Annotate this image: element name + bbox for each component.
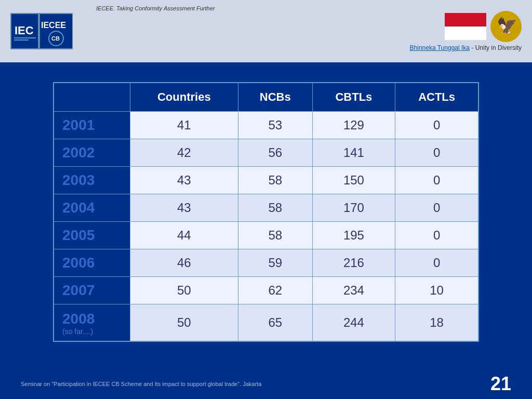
iec-logo: IEC — [10, 13, 39, 49]
cell-ncbs: 65 — [238, 304, 312, 342]
blue-divider — [0, 62, 532, 72]
cell-cbtls: 244 — [312, 304, 395, 342]
table-body: 2001415312902002425614102003435815002004… — [54, 112, 478, 342]
tagline: IECEE. Taking Conformity Assessment Furt… — [96, 5, 215, 11]
flag-emblem: 🦅 — [445, 11, 522, 42]
cell-actls: 0 — [395, 249, 478, 277]
cell-actls: 0 — [395, 194, 478, 222]
cell-ncbs: 56 — [238, 139, 312, 167]
footer-seminar-text: Seminar on "Participation in IECEE CB Sc… — [21, 381, 261, 387]
cell-countries: 50 — [130, 304, 238, 342]
main-content: Countries NCBs CBTLs ACTLs 2001415312902… — [0, 72, 532, 347]
cell-year: 2006 — [54, 249, 130, 277]
flag-red-stripe — [445, 13, 486, 26]
cell-cbtls: 129 — [312, 112, 395, 139]
header-actls: ACTLs — [395, 83, 478, 112]
cell-actls: 10 — [395, 277, 478, 304]
header: IECEE. Taking Conformity Assessment Furt… — [0, 0, 532, 62]
svg-text:IECEE: IECEE — [41, 21, 66, 30]
logo-tagline-area: IECEE. Taking Conformity Assessment Furt… — [10, 13, 73, 49]
table-row: 200141531290 — [54, 112, 478, 139]
bhinneka-link[interactable]: Bhinneka Tunggal Ika — [410, 44, 470, 51]
svg-rect-3 — [14, 39, 29, 41]
header-cbtls: CBTLs — [312, 83, 395, 112]
table-row: 2008(so far....)506524418 — [54, 304, 478, 342]
cell-cbtls: 216 — [312, 249, 395, 277]
logo-area: IEC IECEE CB — [10, 13, 73, 49]
svg-rect-2 — [14, 37, 36, 38]
table-row: 200242561410 — [54, 139, 478, 167]
cell-actls: 0 — [395, 139, 478, 167]
bhinneka-text: Bhinneka Tunggal Ika - Unity in Diversit… — [410, 44, 522, 51]
garuda-emblem: 🦅 — [490, 11, 522, 42]
cell-year: 2007 — [54, 277, 130, 304]
table-header-row: Countries NCBs CBTLs ACTLs — [54, 83, 478, 112]
cell-year: 2001 — [54, 112, 130, 139]
cell-countries: 41 — [130, 112, 238, 139]
svg-text:🦅: 🦅 — [497, 16, 517, 36]
cell-year: 2008(so far....) — [54, 304, 130, 342]
cell-actls: 0 — [395, 222, 478, 249]
table-row: 200343581500 — [54, 167, 478, 194]
cell-cbtls: 234 — [312, 277, 395, 304]
cell-ncbs: 59 — [238, 249, 312, 277]
header-year — [54, 83, 130, 112]
cell-countries: 42 — [130, 139, 238, 167]
table-row: 200443581700 — [54, 194, 478, 222]
header-ncbs: NCBs — [238, 83, 312, 112]
cell-year: 2002 — [54, 139, 130, 167]
cell-ncbs: 58 — [238, 194, 312, 222]
cell-ncbs: 58 — [238, 222, 312, 249]
cell-cbtls: 141 — [312, 139, 395, 167]
cell-countries: 50 — [130, 277, 238, 304]
cell-cbtls: 170 — [312, 194, 395, 222]
footer: Seminar on "Participation in IECEE CB Sc… — [0, 373, 532, 395]
svg-text:IEC: IEC — [15, 24, 34, 37]
bhinneka-subtitle: - Unity in Diversity — [470, 44, 522, 51]
cell-countries: 43 — [130, 194, 238, 222]
cell-actls: 18 — [395, 304, 478, 342]
cell-countries: 44 — [130, 222, 238, 249]
indonesian-flag — [445, 13, 486, 40]
iecee-logo: IECEE CB — [39, 13, 73, 49]
cell-year: 2004 — [54, 194, 130, 222]
table-row: 200544581950 — [54, 222, 478, 249]
cell-ncbs: 58 — [238, 167, 312, 194]
cell-cbtls: 150 — [312, 167, 395, 194]
flag-white-stripe — [445, 26, 486, 40]
cell-countries: 46 — [130, 249, 238, 277]
header-countries: Countries — [130, 83, 238, 112]
cell-ncbs: 53 — [238, 112, 312, 139]
data-table: Countries NCBs CBTLs ACTLs 2001415312902… — [53, 82, 479, 342]
cell-actls: 0 — [395, 167, 478, 194]
cell-cbtls: 195 — [312, 222, 395, 249]
cell-year: 2003 — [54, 167, 130, 194]
right-header-area: 🦅 Bhinneka Tunggal Ika - Unity in Divers… — [410, 11, 522, 51]
table-row: 200646592160 — [54, 249, 478, 277]
table-row: 2007506223410 — [54, 277, 478, 304]
cell-actls: 0 — [395, 112, 478, 139]
page-number: 21 — [490, 373, 511, 395]
cell-year: 2005 — [54, 222, 130, 249]
cell-countries: 43 — [130, 167, 238, 194]
cell-ncbs: 62 — [238, 277, 312, 304]
svg-text:CB: CB — [51, 35, 60, 42]
